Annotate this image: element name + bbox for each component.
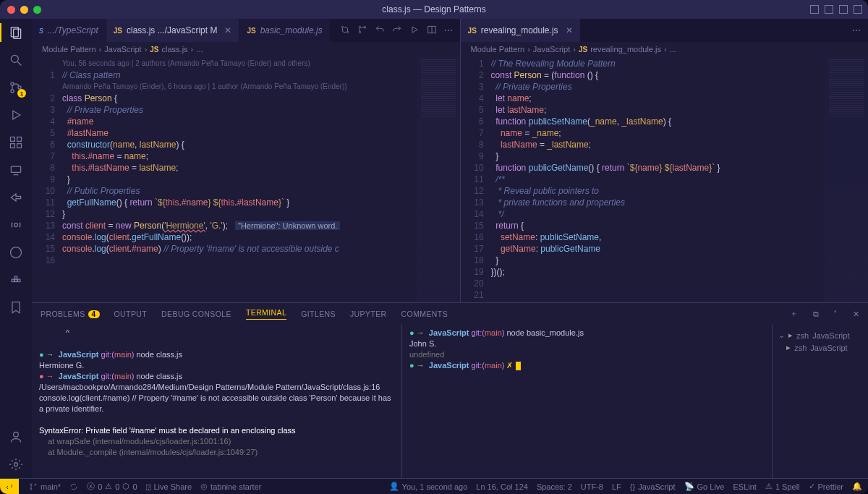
svg-rect-9: [17, 137, 22, 142]
svg-point-30: [30, 484, 32, 485]
svg-point-4: [11, 82, 14, 85]
spell-indicator[interactable]: ⚠ 1 Spell: [765, 482, 800, 491]
editor-tab[interactable]: JS basic_module.js: [239, 19, 330, 42]
maximize-window[interactable]: [33, 6, 41, 14]
svg-point-15: [11, 247, 22, 258]
svg-point-20: [14, 432, 19, 437]
svg-point-21: [14, 463, 18, 467]
github-icon[interactable]: [8, 244, 24, 260]
encoding-indicator[interactable]: UTF-8: [581, 482, 603, 491]
golive-indicator[interactable]: 📡 Go Live: [684, 482, 725, 491]
panel-tab-gitlens[interactable]: GITLENS: [301, 310, 336, 318]
svg-rect-8: [11, 137, 15, 142]
branch-indicator[interactable]: main*: [29, 482, 61, 491]
panel-tabs: PROBLEMS4 OUTPUT DEBUG CONSOLE TERMINAL …: [32, 303, 868, 325]
svg-rect-17: [14, 279, 17, 281]
svg-point-32: [35, 484, 36, 485]
terminal-list: ⌄ ▸ zsh JavaScript ▸ zsh JavaScript: [773, 325, 868, 478]
svg-marker-7: [13, 111, 20, 119]
new-terminal-icon[interactable]: ＋: [790, 309, 798, 319]
eol-indicator[interactable]: LF: [612, 482, 621, 491]
bottom-panel: PROBLEMS4 OUTPUT DEBUG CONSOLE TERMINAL …: [32, 302, 868, 478]
more-icon[interactable]: ⋯: [444, 25, 453, 35]
explorer-icon[interactable]: [8, 25, 24, 41]
terminal-right[interactable]: ● → JavaScript git:(main) node basic_mod…: [402, 325, 773, 478]
layout-icons: [810, 5, 862, 14]
search-icon[interactable]: [8, 52, 24, 68]
titlebar: class.js — Design Patterns: [0, 0, 868, 19]
panel-tab-debug[interactable]: DEBUG CONSOLE: [161, 310, 231, 318]
close-panel-icon[interactable]: ✕: [853, 310, 859, 318]
debug-icon[interactable]: [8, 107, 24, 123]
extensions-icon[interactable]: [8, 135, 24, 150]
live-icon[interactable]: [8, 217, 24, 233]
share-icon[interactable]: [8, 189, 24, 205]
svg-rect-16: [12, 279, 14, 281]
terminal-left[interactable]: ^ ● → JavaScript git:(main) node class.j…: [32, 325, 402, 478]
source-control-icon[interactable]: 1: [8, 80, 24, 95]
prettier-indicator[interactable]: ✓ Prettier: [809, 482, 843, 491]
account-icon[interactable]: [8, 429, 24, 445]
svg-rect-10: [11, 144, 15, 148]
status-bar: main* ⓧ 0 ⚠ 0 ⬡ 0 ⍰ Live Share ◎ tabnine…: [0, 478, 868, 494]
layout-toggle-1[interactable]: [810, 5, 819, 14]
code-editor-left[interactable]: 1 2345678910111213141516 You, 56 seconds…: [32, 56, 460, 302]
breadcrumb-left[interactable]: Module Pattern › JavaScript › JS class.j…: [32, 42, 460, 56]
tab-row-right: JS revealing_module.js ✕ ⋯: [461, 19, 868, 42]
svg-point-5: [11, 90, 14, 93]
traffic-lights: [7, 6, 41, 14]
remote-icon[interactable]: [8, 162, 24, 178]
git-branch-icon[interactable]: [357, 25, 367, 37]
indent-indicator[interactable]: Spaces: 2: [537, 482, 572, 491]
panel-tab-terminal[interactable]: TERMINAL: [246, 308, 286, 320]
terminal-list-item[interactable]: ⌄ ▸ zsh JavaScript: [775, 329, 865, 341]
close-tab-icon[interactable]: ✕: [566, 25, 573, 35]
svg-point-14: [14, 223, 18, 227]
git-compare-icon[interactable]: [340, 25, 350, 37]
split-editor-icon[interactable]: [427, 25, 437, 37]
vscode-window: class.js — Design Patterns 1: [0, 0, 868, 494]
close-window[interactable]: [7, 6, 15, 14]
panel-tab-jupyter[interactable]: JUPYTER: [350, 310, 387, 318]
language-indicator[interactable]: {} JavaScript: [630, 482, 676, 491]
svg-point-24: [359, 26, 360, 27]
editor-tab[interactable]: JS class.js .../JavaScript M ✕: [106, 19, 240, 42]
tabnine-indicator[interactable]: ◎ tabnine starter: [200, 482, 261, 491]
svg-rect-11: [17, 144, 22, 148]
errors-indicator[interactable]: ⓧ 0 ⚠ 0 ⬡ 0: [87, 481, 137, 492]
sync-indicator[interactable]: [69, 482, 78, 491]
undo-icon[interactable]: [375, 25, 385, 37]
docker-icon[interactable]: [8, 272, 24, 288]
settings-icon[interactable]: [8, 456, 24, 472]
layout-toggle-2[interactable]: [825, 5, 833, 14]
panel-tab-comments[interactable]: COMMENTS: [401, 310, 448, 318]
breadcrumb-right[interactable]: Module Pattern › JavaScript › JS reveali…: [461, 42, 868, 56]
notifications-icon[interactable]: 🔔: [852, 482, 862, 491]
close-tab-icon[interactable]: ✕: [224, 25, 231, 35]
run-icon[interactable]: [409, 25, 420, 37]
remote-indicator[interactable]: [0, 479, 19, 495]
editor-tab[interactable]: JS revealing_module.js ✕: [461, 19, 581, 42]
svg-line-3: [18, 62, 22, 66]
code-editor-right[interactable]: 1234567891011121314151617181920212223 //…: [461, 56, 868, 302]
blame-indicator[interactable]: 👤 You, 1 second ago: [389, 482, 468, 491]
svg-point-31: [30, 488, 32, 490]
editor-tab[interactable]: s .../TypeScript: [32, 19, 106, 42]
maximize-panel-icon[interactable]: ˄: [833, 310, 838, 318]
split-terminal-icon[interactable]: ⧉: [813, 310, 819, 319]
eslint-indicator[interactable]: ESLint: [733, 482, 756, 491]
liveshare-indicator[interactable]: ⍰ Live Share: [146, 482, 192, 491]
cursor-position[interactable]: Ln 16, Col 124: [476, 482, 528, 491]
panel-tab-output[interactable]: OUTPUT: [114, 310, 148, 318]
tab-row-left: s .../TypeScriptJS class.js .../JavaScri…: [32, 19, 460, 42]
panel-tab-problems[interactable]: PROBLEMS4: [41, 310, 100, 318]
svg-rect-18: [14, 276, 17, 278]
layout-toggle-3[interactable]: [839, 5, 848, 14]
more-icon[interactable]: ⋯: [852, 25, 861, 35]
redo-icon[interactable]: [392, 25, 402, 37]
bookmarks-icon[interactable]: [8, 299, 24, 315]
scm-badge: 1: [17, 89, 26, 98]
layout-toggle-4[interactable]: [854, 5, 862, 14]
minimize-window[interactable]: [20, 6, 28, 14]
terminal-list-item[interactable]: ▸ zsh JavaScript: [775, 341, 865, 354]
